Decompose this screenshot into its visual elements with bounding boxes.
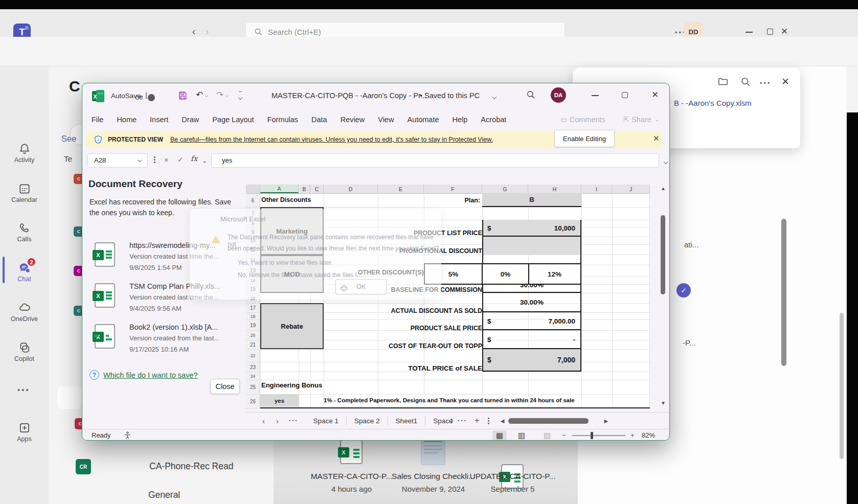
- share-button[interactable]: ⇱ Share: [623, 116, 658, 124]
- tab-automate[interactable]: Automate: [407, 116, 439, 124]
- cell-actual[interactable]: 30.00%: [483, 293, 580, 312]
- cell-other-g[interactable]: 0%: [482, 264, 528, 284]
- banner-close-icon[interactable]: ✕: [653, 134, 660, 143]
- cell-a26[interactable]: yes: [260, 394, 299, 407]
- redo-icon[interactable]: ↷: [216, 89, 228, 100]
- minimize-button[interactable]: [746, 32, 753, 33]
- enable-editing-button[interactable]: Enable Editing: [554, 130, 615, 147]
- search-icon[interactable]: [740, 77, 751, 87]
- tab-formulas[interactable]: Formulas: [267, 116, 298, 124]
- tile-name[interactable]: MASTER-CA-CITO-P...: [307, 472, 396, 481]
- formula-expand-icon[interactable]: [662, 157, 667, 167]
- sheet-tab-space1[interactable]: Space 1: [306, 417, 345, 425]
- cell-promo[interactable]: [483, 237, 580, 255]
- back-arrow-icon[interactable]: ‹: [188, 26, 199, 37]
- column-header-c[interactable]: C: [310, 185, 324, 193]
- tab-data[interactable]: Data: [311, 116, 327, 124]
- label-sale-price[interactable]: PRODUCT SALE PRICE: [324, 323, 482, 333]
- cell-b26[interactable]: 1% - Completed Paperwork, Designs and Th…: [324, 394, 650, 407]
- undo-icon[interactable]: ↶: [196, 89, 208, 100]
- list-item[interactable]: General: [148, 490, 180, 500]
- sidebar-item-chat[interactable]: Chat 2: [0, 261, 49, 283]
- recovery-file-item[interactable]: X Book2 (version 1).xlsb [A... Version c…: [82, 322, 245, 361]
- search-icon[interactable]: [526, 90, 536, 100]
- excel-maximize-button[interactable]: [622, 92, 628, 98]
- label-actual[interactable]: ACTUAL DISCOUNT AS SOLD: [324, 306, 482, 316]
- folder-icon[interactable]: [717, 76, 729, 87]
- row-header[interactable]: 21: [246, 340, 260, 349]
- row-header[interactable]: 23: [246, 362, 260, 372]
- cell-plan-value[interactable]: B: [482, 193, 581, 207]
- document-thumbnail[interactable]: [421, 438, 445, 465]
- excel-minimize-button[interactable]: [592, 95, 599, 96]
- recovery-help-link[interactable]: ? Which file do I want to save?: [89, 370, 198, 380]
- column-header-a[interactable]: A: [260, 185, 299, 193]
- scrollbar-thumb[interactable]: [781, 219, 786, 366]
- column-header-f[interactable]: F: [424, 185, 482, 193]
- protected-view-message[interactable]: Be careful—files from the Internet can c…: [170, 136, 493, 143]
- accessibility-icon[interactable]: [123, 431, 132, 440]
- sidebar-item-activity[interactable]: Activity: [0, 142, 49, 164]
- forward-arrow-icon[interactable]: ›: [201, 26, 213, 37]
- restore-button[interactable]: [767, 29, 773, 35]
- tab-page-layout[interactable]: Page Layout: [212, 116, 254, 124]
- zoom-in-icon[interactable]: +: [630, 431, 635, 439]
- row-header[interactable]: 26: [246, 395, 260, 408]
- label-total[interactable]: TOTAL PRICE of SALE: [324, 363, 482, 374]
- cell-f6-plan-label[interactable]: Plan:: [426, 195, 480, 205]
- close-icon[interactable]: ✕: [781, 76, 789, 87]
- rail-more-icon[interactable]: •••: [17, 385, 30, 394]
- confirm-formula-icon[interactable]: ✓: [177, 155, 184, 164]
- sidebar-item-calls[interactable]: Calls: [0, 221, 49, 243]
- tab-acrobat[interactable]: Acrobat: [481, 116, 506, 124]
- save-icon[interactable]: [177, 90, 188, 101]
- row-header[interactable]: 6: [246, 194, 260, 207]
- sheet-tab-space2[interactable]: Space 2: [348, 417, 387, 425]
- cell-sale-price[interactable]: $7,000.00: [483, 312, 580, 330]
- hscroll-right-icon[interactable]: ▶: [604, 418, 608, 424]
- saved-status[interactable]: • Saved to this PC: [420, 91, 480, 100]
- tile-name[interactable]: UPDATED-CA-CITO-P...: [465, 472, 560, 481]
- excel-avatar[interactable]: DA: [551, 87, 566, 103]
- zoom-slider-track[interactable]: [572, 435, 625, 436]
- tab-home[interactable]: Home: [117, 116, 137, 124]
- value-column[interactable]: $10,000 30.00% 30.00% $7,000.00 $- $7,00…: [482, 220, 581, 372]
- tab-review[interactable]: Review: [341, 116, 365, 124]
- tab-draw[interactable]: Draw: [182, 116, 199, 124]
- cell-total[interactable]: $7,000: [483, 349, 580, 372]
- column-header-d[interactable]: D: [324, 185, 378, 193]
- cell-tearout[interactable]: $-: [483, 330, 580, 349]
- new-sheet-icon[interactable]: +: [475, 416, 480, 426]
- scrollbar-thumb[interactable]: [840, 313, 844, 459]
- label-tearout[interactable]: COST OF TEAR-OUT OR TOPP: [324, 341, 482, 351]
- hscroll-left-icon[interactable]: ◀: [501, 418, 505, 424]
- zoom-level[interactable]: 82%: [642, 431, 655, 439]
- row-header[interactable]: 24: [246, 372, 260, 380]
- other-discounts-row[interactable]: 5% 0% 12%: [424, 263, 581, 285]
- tab-scroll-left-icon[interactable]: ‹: [262, 417, 265, 425]
- column-header-e[interactable]: E: [378, 185, 424, 193]
- sidebar-item-copilot[interactable]: Copilot: [0, 341, 49, 362]
- select-all-corner[interactable]: [246, 185, 260, 193]
- tab-options-icon[interactable]: [488, 417, 489, 425]
- sidebar-item-apps[interactable]: Apps: [0, 421, 49, 443]
- tab-view[interactable]: View: [378, 116, 394, 124]
- close-button[interactable]: ✕: [781, 26, 788, 37]
- tab-scroll-right-icon[interactable]: ›: [276, 417, 279, 425]
- page-layout-view-icon[interactable]: ▥: [518, 431, 525, 440]
- cell-a25[interactable]: Engineering Bonus: [261, 381, 384, 394]
- normal-view-icon[interactable]: ▦: [492, 430, 507, 441]
- comments-button[interactable]: ▭ Comments: [560, 116, 605, 124]
- tab-list-icon[interactable]: •••: [289, 418, 298, 423]
- column-header-i[interactable]: I: [581, 185, 612, 193]
- row-header[interactable]: 17: [246, 304, 260, 312]
- tab-help[interactable]: Help: [452, 116, 467, 124]
- zoom-slider-thumb[interactable]: [591, 432, 593, 439]
- formula-input[interactable]: yes: [211, 153, 659, 168]
- autosave-toggle[interactable]: Off: [146, 92, 147, 99]
- cell-a6[interactable]: Other Discounts: [261, 193, 328, 207]
- cancel-formula-icon[interactable]: ×: [164, 155, 169, 164]
- row-header[interactable]: 22: [246, 350, 260, 362]
- cell-other-h[interactable]: 12%: [528, 264, 580, 284]
- sidebar-item-onedrive[interactable]: OneDrive: [0, 301, 49, 323]
